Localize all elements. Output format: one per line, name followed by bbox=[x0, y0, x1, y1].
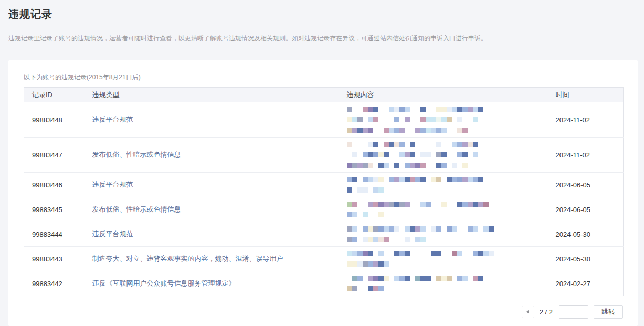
violation-type-cell: 违反《互联网用户公众账号信息服务管理规定》 bbox=[85, 271, 339, 296]
mosaic-cell bbox=[441, 202, 447, 207]
violation-content-cell bbox=[339, 138, 548, 173]
mosaic-cell bbox=[368, 276, 373, 281]
mosaic-cell bbox=[357, 276, 363, 281]
mosaic-cell bbox=[410, 142, 415, 147]
mosaic-cell bbox=[352, 163, 357, 168]
mosaic-cell bbox=[457, 177, 462, 182]
violation-type-cell: 违反平台规范 bbox=[85, 222, 339, 247]
table-body: 99883448违反平台规范2024-11-0299883447发布低俗、性暗示… bbox=[24, 102, 624, 296]
mosaic-cell bbox=[457, 128, 462, 133]
mosaic-cell bbox=[462, 163, 468, 168]
mosaic-cell bbox=[384, 142, 389, 147]
censored-content-mosaic bbox=[347, 226, 548, 242]
mosaic-cell bbox=[410, 202, 415, 207]
mosaic-cell bbox=[457, 276, 462, 281]
pagination: 2 / 2 跳转 bbox=[24, 305, 623, 319]
mosaic-cell bbox=[394, 202, 399, 207]
mosaic-cell bbox=[436, 226, 441, 232]
mosaic-cell bbox=[394, 117, 399, 122]
mosaic-cell bbox=[441, 128, 447, 133]
mosaic-cell bbox=[389, 163, 394, 168]
mosaic-cell bbox=[363, 163, 368, 168]
mosaic-cell bbox=[468, 177, 473, 182]
mosaic-cell bbox=[405, 177, 410, 182]
record-id-cell: 99883448 bbox=[24, 102, 85, 138]
mosaic-cell bbox=[426, 276, 431, 281]
violation-type-link[interactable]: 违反平台规范 bbox=[92, 230, 133, 238]
mosaic-cell bbox=[468, 202, 473, 207]
mosaic-cell bbox=[347, 128, 352, 133]
mosaic-cell bbox=[405, 237, 410, 242]
table-row: 99883443制造夸大、对立、违背客观事实的内容，煽动、混淆、误导用户2024… bbox=[24, 247, 624, 271]
violation-type-link[interactable]: 违反平台规范 bbox=[92, 115, 133, 123]
violation-date-cell: 2024-06-05 bbox=[548, 197, 624, 222]
mosaic-cell bbox=[378, 261, 384, 267]
record-id-cell: 99883445 bbox=[24, 197, 85, 222]
mosaic-cell bbox=[347, 107, 352, 112]
mosaic-cell bbox=[462, 107, 468, 112]
mosaic-cell bbox=[352, 286, 357, 291]
mosaic-cell bbox=[384, 251, 389, 256]
mosaic-cell bbox=[483, 251, 489, 256]
mosaic-cell bbox=[405, 276, 410, 281]
mosaic-cell bbox=[452, 142, 457, 147]
violation-type-link[interactable]: 违反平台规范 bbox=[92, 181, 133, 188]
mosaic-cell bbox=[389, 107, 394, 112]
violation-type-link[interactable]: 发布低俗、性暗示或色情信息 bbox=[92, 151, 181, 159]
mosaic-cell bbox=[431, 117, 436, 122]
mosaic-cell bbox=[373, 107, 378, 112]
mosaic-cell bbox=[378, 286, 384, 291]
mosaic-cell bbox=[489, 226, 494, 232]
mosaic-cell bbox=[373, 202, 378, 207]
mosaic-cell bbox=[378, 142, 384, 147]
violation-type-link[interactable]: 违反《互联网用户公众账号信息服务管理规定》 bbox=[92, 279, 236, 287]
mosaic-cell bbox=[363, 177, 368, 182]
mosaic-cell bbox=[420, 177, 426, 182]
mosaic-cell bbox=[378, 187, 384, 193]
jump-button[interactable]: 跳转 bbox=[594, 305, 623, 319]
violation-date-cell: 2024-02-27 bbox=[548, 271, 624, 296]
mosaic-cell bbox=[441, 142, 447, 147]
mosaic-cell bbox=[441, 117, 447, 122]
mosaic-cell bbox=[357, 286, 363, 291]
mosaic-cell bbox=[373, 276, 378, 281]
mosaic-cell bbox=[394, 251, 399, 256]
mosaic-cell bbox=[420, 226, 426, 232]
prev-page-button[interactable] bbox=[522, 306, 534, 318]
page-jump-input[interactable] bbox=[559, 305, 588, 319]
mosaic-cell bbox=[426, 117, 431, 122]
mosaic-cell bbox=[363, 142, 368, 147]
mosaic-cell bbox=[347, 152, 352, 157]
mosaic-cell bbox=[468, 251, 473, 256]
mosaic-cell bbox=[426, 177, 431, 182]
mosaic-cell bbox=[452, 117, 457, 122]
mosaic-cell bbox=[389, 128, 394, 133]
column-header-time: 时间 bbox=[548, 88, 624, 102]
violation-type-link[interactable]: 制造夸大、对立、违背客观事实的内容，煽动、混淆、误导用户 bbox=[92, 255, 283, 262]
violation-type-link[interactable]: 发布低俗、性暗示或色情信息 bbox=[92, 205, 181, 213]
mosaic-cell bbox=[405, 128, 410, 133]
violation-type-cell: 违反平台规范 bbox=[85, 102, 339, 138]
mosaic-cell bbox=[389, 237, 394, 242]
mosaic-cell bbox=[363, 128, 368, 133]
mosaic-cell bbox=[352, 177, 357, 182]
mosaic-cell bbox=[373, 117, 378, 122]
mosaic-cell bbox=[389, 142, 394, 147]
mosaic-cell bbox=[478, 202, 483, 207]
table-row: 99883444违反平台规范2024-05-30 bbox=[24, 222, 624, 247]
mosaic-cell bbox=[384, 128, 389, 133]
mosaic-cell bbox=[431, 142, 436, 147]
mosaic-cell bbox=[473, 202, 478, 207]
mosaic-line bbox=[347, 212, 548, 217]
violation-date-cell: 2024-11-02 bbox=[548, 138, 624, 173]
mosaic-cell bbox=[447, 276, 452, 281]
mosaic-cell bbox=[426, 128, 431, 133]
mosaic-cell bbox=[394, 107, 399, 112]
mosaic-cell bbox=[399, 163, 405, 168]
mosaic-cell bbox=[441, 163, 447, 168]
mosaic-cell bbox=[347, 177, 352, 182]
mosaic-cell bbox=[378, 107, 384, 112]
mosaic-cell bbox=[478, 107, 483, 112]
mosaic-cell bbox=[436, 107, 441, 112]
mosaic-cell bbox=[357, 142, 363, 147]
